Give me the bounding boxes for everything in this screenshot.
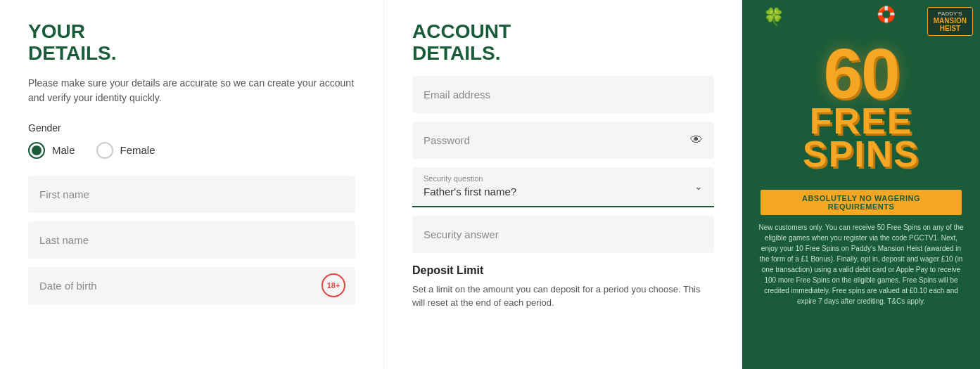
email-wrapper (412, 76, 714, 113)
gender-male-option[interactable]: Male (28, 142, 75, 159)
promo-spins-text: SPINS (803, 138, 919, 171)
promo-image-area: 60 FREE SPINS (749, 7, 973, 190)
promo-number: 60 (803, 41, 919, 105)
deposit-limit-text: Set a limit on the amount you can deposi… (412, 283, 714, 310)
promo-banner: 🍀 PADDY'S MANSION HEIST 🛟 60 FREE SPINS … (742, 0, 980, 369)
male-radio[interactable] (28, 142, 45, 159)
promo-terms: New customers only. You can receive 50 F… (749, 222, 973, 306)
age-badge: 18+ (322, 273, 345, 297)
your-details-title: YOUR DETAILS. (28, 21, 355, 65)
security-question-dropdown[interactable]: Security question Father's first name? ⌄ (412, 167, 714, 207)
security-answer-input[interactable] (412, 216, 714, 253)
female-label: Female (120, 144, 155, 156)
security-question-value: Father's first name? (424, 186, 703, 198)
promo-free-text: FREE (803, 105, 919, 138)
last-name-input[interactable] (28, 221, 355, 259)
security-answer-wrapper (412, 216, 714, 253)
toggle-password-icon[interactable]: 👁 (690, 133, 703, 148)
dob-wrapper: 18+ (28, 267, 355, 304)
first-name-wrapper (28, 176, 355, 213)
left-panel: YOUR DETAILS. Please make sure your deta… (0, 0, 383, 369)
first-name-input[interactable] (28, 176, 355, 213)
promo-panel: 🍀 PADDY'S MANSION HEIST 🛟 60 FREE SPINS … (742, 0, 980, 369)
male-label: Male (52, 144, 75, 156)
account-details-title: ACCOUNT DETAILS. (412, 21, 714, 65)
middle-panel: ACCOUNT DETAILS. 👁 Security question Fat… (383, 0, 742, 369)
security-question-label: Security question (424, 174, 703, 183)
no-wagering-banner: ABSOLUTELY NO WAGERING REQUIREMENTS (761, 190, 962, 215)
password-wrapper: 👁 (412, 122, 714, 159)
your-details-subtitle: Please make sure your details are accura… (28, 76, 355, 105)
password-input[interactable] (412, 122, 714, 159)
gender-female-option[interactable]: Female (96, 142, 155, 159)
female-radio[interactable] (96, 142, 113, 159)
dob-input[interactable] (28, 267, 355, 304)
chevron-down-icon: ⌄ (694, 181, 703, 192)
deposit-limit-section: Deposit Limit Set a limit on the amount … (412, 264, 714, 310)
email-input[interactable] (412, 76, 714, 113)
gender-options: Male Female (28, 142, 355, 159)
gender-label: Gender (28, 122, 355, 134)
free-spins-display: 60 FREE SPINS (803, 34, 919, 176)
deposit-limit-title: Deposit Limit (412, 264, 714, 277)
last-name-wrapper (28, 221, 355, 259)
